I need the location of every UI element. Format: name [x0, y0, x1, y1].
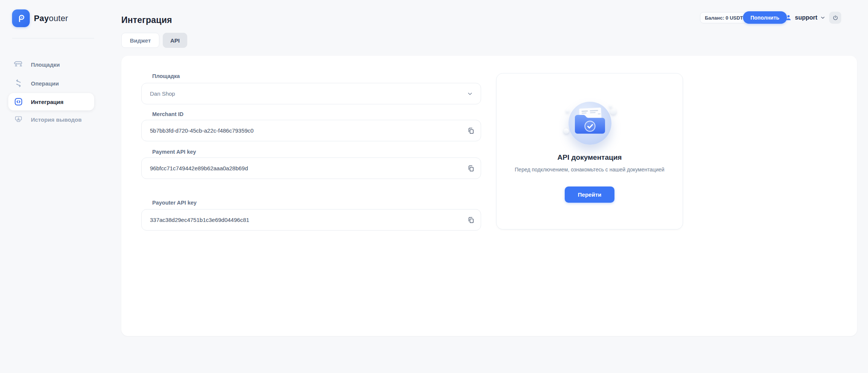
payment-api-key-value: 96bfcc71c749442e89b62aaa0a28b69d [142, 165, 248, 171]
copy-payment-key-button[interactable] [465, 163, 477, 174]
integration-tabs: Виджет API [121, 33, 187, 48]
sidebar-item-platforms[interactable]: Площадки [8, 56, 94, 73]
chevron-down-icon [467, 90, 473, 97]
sidebar-item-label: Интеграция [31, 99, 63, 105]
platform-select[interactable]: Dan Shop [141, 83, 481, 104]
payment-api-key-label: Payment API key [152, 149, 196, 155]
brand-logo[interactable]: Payouter [12, 9, 68, 27]
platform-label: Площадка [152, 73, 180, 79]
sidebar: Payouter Площадки Операции [0, 0, 102, 373]
merchant-id-label: Merchant ID [152, 111, 183, 117]
sidebar-item-label: Операции [31, 80, 59, 87]
copy-merchant-id-button[interactable] [465, 125, 477, 136]
user-menu[interactable]: support [785, 12, 825, 23]
withdrawal-icon [14, 115, 23, 124]
swap-arrows-icon [14, 79, 23, 88]
payouter-api-key-value: 337ac38d29ec4751b1c3e69d04496c81 [142, 217, 249, 223]
topup-button[interactable]: Пополнить [743, 11, 787, 24]
payouter-logo-icon [12, 9, 30, 27]
folder-check-illustration [568, 102, 611, 145]
sidebar-divider [12, 38, 94, 38]
page-title: Интеграция [121, 15, 172, 25]
sidebar-item-withdrawal-history[interactable]: История выводов [8, 111, 94, 128]
sidebar-item-label: История выводов [31, 116, 82, 123]
api-docs-subtitle: Перед подключением, ознакомьтесь с нашей… [511, 166, 668, 174]
decor-bubble [609, 105, 612, 108]
decor-bubble [564, 128, 569, 134]
api-docs-title: API документация [497, 153, 683, 162]
decor-bubble [610, 109, 616, 115]
logout-button[interactable] [829, 12, 841, 24]
payment-api-key-field[interactable]: 96bfcc71c749442e89b62aaa0a28b69d [141, 157, 481, 179]
copy-icon [467, 127, 475, 135]
integration-panel: Площадка Dan Shop Merchant ID 5b7bb3fd-d… [121, 56, 857, 336]
decor-bubble [566, 110, 569, 113]
tab-api[interactable]: API [163, 33, 187, 48]
username: support [795, 14, 818, 21]
payouter-api-key-field[interactable]: 337ac38d29ec4751b1c3e69d04496c81 [141, 209, 481, 231]
copy-payouter-key-button[interactable] [465, 214, 477, 226]
chevron-down-icon [820, 15, 825, 20]
power-icon [832, 15, 839, 21]
storefront-icon [14, 60, 23, 69]
tab-widget[interactable]: Виджет [121, 33, 159, 48]
sidebar-item-operations[interactable]: Операции [8, 75, 94, 92]
api-docs-card: API документация Перед подключением, озн… [496, 73, 683, 229]
merchant-id-field[interactable]: 5b7bb3fd-d720-45cb-a22c-f486c79359c0 [141, 120, 481, 141]
sidebar-item-integration[interactable]: Интеграция [8, 93, 94, 110]
go-to-docs-button[interactable]: Перейти [565, 186, 614, 203]
payouter-api-key-label: Payouter API key [152, 200, 197, 206]
platform-value: Dan Shop [142, 90, 175, 97]
balance-badge: Баланс: 0 USDT [700, 12, 748, 23]
copy-icon [467, 165, 475, 172]
sidebar-item-label: Площадки [31, 61, 60, 68]
code-icon [14, 97, 23, 106]
merchant-id-value: 5b7bb3fd-d720-45cb-a22c-f486c79359c0 [142, 127, 254, 134]
brand-name: Payouter [34, 14, 68, 23]
user-icon [785, 14, 792, 21]
copy-icon [467, 216, 475, 224]
